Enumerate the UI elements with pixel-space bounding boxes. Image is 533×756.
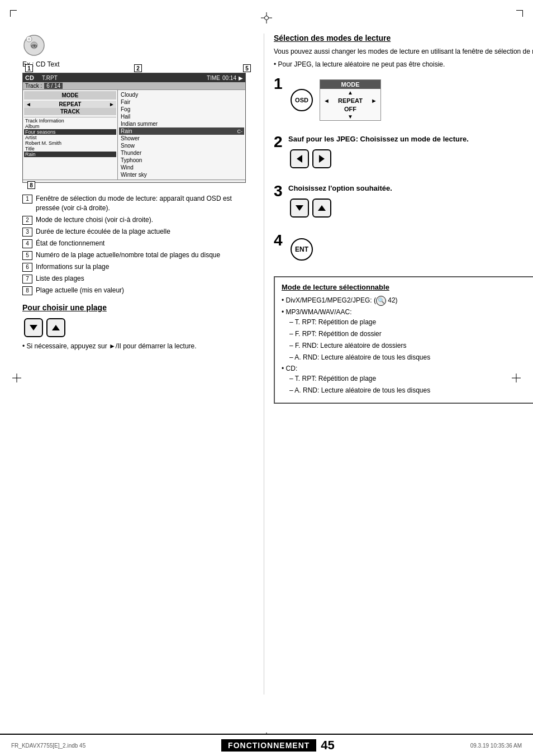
- item-num-6: 6: [22, 263, 32, 272]
- left-button[interactable]: [290, 149, 309, 168]
- mode-arrow-left: ◄: [323, 97, 330, 104]
- step-3-num: 3: [274, 183, 288, 199]
- osd-button[interactable]: OSD: [291, 89, 313, 111]
- page-number: 45: [321, 738, 334, 753]
- step-4-block: 4 ENT: [274, 233, 533, 266]
- vertical-divider: [264, 34, 264, 694]
- mp3-t-rpt: T. RPT: Répétition de plage: [289, 317, 533, 327]
- selection-intro: Vous pouvez aussi changer les modes de l…: [274, 47, 533, 56]
- step-1-body: OSD MODE ▲ ◄ REPEAT ► OFF ▼: [288, 76, 533, 124]
- mode-item-divx: DivX/MPEG1/MPEG2/JPEG: (🔍 42): [282, 296, 533, 306]
- mode-select-list: DivX/MPEG1/MPEG2/JPEG: (🔍 42) MP3/WMA/WA…: [282, 296, 533, 395]
- corner-mark-tl: [10, 10, 17, 17]
- track-hail: Hail: [119, 113, 244, 120]
- right-column: FRANÇAIS Sélection des modes de lecture …: [274, 34, 533, 404]
- cd-a-rnd: A. RND: Lecture aléatoire de tous les di…: [289, 385, 533, 395]
- up-button-3[interactable]: [312, 199, 331, 218]
- track-shower: Shower: [119, 135, 244, 142]
- track-info-section: Track Information Album Four seasons Art…: [24, 117, 116, 157]
- svg-point-4: [28, 38, 31, 41]
- track-winter-sky: Winter sky: [119, 171, 244, 178]
- item-num-2: 2: [22, 216, 32, 225]
- mode-label: MODE: [24, 91, 116, 100]
- track-header-row: Track : 6 / 14: [23, 82, 245, 90]
- selection-bullets: Pour JPEG, la lecture aléatoire ne peut …: [274, 60, 533, 69]
- screen-right-panel: Cloudy Fair Fog Hail Indian summer Rain …: [118, 90, 245, 179]
- step-1-block: 1 OSD MODE ▲ ◄ REPEAT ►: [274, 76, 533, 124]
- numbered-list: 1 Fenêtre de sélection du mode de lectur…: [22, 194, 257, 295]
- cd-sub-list: T. RPT: Répétition de plage A. RND: Lect…: [289, 374, 533, 395]
- list-item-8: 8 Plage actuelle (mis en valeur): [22, 286, 257, 295]
- track-label-menu: TRACK: [24, 108, 116, 115]
- step-3-block: 3 Choisissez l'option souhaitée.: [274, 183, 533, 223]
- num-label-2: 2: [134, 64, 142, 72]
- arrow-left: ◄: [26, 101, 31, 107]
- page-content: CD Ex.: CD Text 1 2 3 4 5 CD T.RPT: [22, 34, 511, 728]
- track-fair: Fair: [119, 98, 244, 106]
- mode-arrow-down: ▼: [320, 113, 380, 120]
- mode-select-title: Mode de lecture sélectionnable: [282, 283, 533, 291]
- repeat-row: ◄ REPEAT ►: [24, 101, 116, 108]
- mode-item-mp3: MP3/WMA/WAV/AAC: T. RPT: Répétition de p…: [282, 308, 533, 362]
- screen-arrow-right: ▶: [239, 75, 243, 81]
- title-label: Title: [24, 146, 116, 152]
- bottom-right-text: 09.3.19 10:35:36 AM: [470, 743, 522, 749]
- track-typhoon: Typhoon: [119, 157, 244, 164]
- bottom-right-area: FONCTIONNEMENT 45: [221, 738, 335, 753]
- item-num-5: 5: [22, 251, 32, 260]
- left-arrow-icon: [297, 155, 302, 163]
- up-button[interactable]: [46, 318, 65, 337]
- num-label-5: 5: [243, 64, 251, 72]
- item-text-4: État de fonctionnement: [36, 239, 104, 248]
- ent-button[interactable]: ENT: [291, 238, 313, 261]
- selection-bullet-jpeg: Pour JPEG, la lecture aléatoire ne peut …: [274, 60, 533, 69]
- search-icon: 🔍: [376, 296, 386, 306]
- screen-diagram: 1 2 3 4 5 CD T.RPT TIME 00:14 ▶ Track :: [22, 73, 246, 183]
- list-item-4: 4 État de fonctionnement: [22, 239, 257, 248]
- track-wind: Wind: [119, 164, 244, 171]
- screen-bottom-numbers: 6 7 8: [23, 179, 245, 182]
- item-text-8: Plage actuelle (mis en valeur): [36, 286, 124, 295]
- step-3-text: Choisissez l'option souhaitée.: [288, 183, 533, 193]
- mode-display-title: MODE: [320, 80, 380, 89]
- track-cloudy: Cloudy: [119, 91, 244, 98]
- left-column: CD Ex.: CD Text 1 2 3 4 5 CD T.RPT: [22, 34, 257, 350]
- item-num-8: 8: [22, 286, 32, 295]
- mode-select-box: Mode de lecture sélectionnable DivX/MPEG…: [274, 276, 533, 404]
- track-label: Track :: [25, 83, 42, 89]
- track-rain: Rain C-: [119, 127, 244, 135]
- mode-repeat-row: ◄ REPEAT ►: [320, 96, 380, 105]
- down-button[interactable]: [24, 318, 43, 337]
- screen-top-bar: CD T.RPT TIME 00:14 ▶: [23, 73, 245, 82]
- off-label: OFF: [320, 105, 380, 113]
- up-icon-3: [318, 205, 326, 211]
- step-4-body: ENT: [288, 233, 533, 266]
- list-item-7: 7 Liste des plages: [22, 274, 257, 284]
- down-button-3[interactable]: [290, 199, 309, 218]
- mode-arrow-right: ►: [371, 97, 377, 104]
- step-2-body: Sauf pour les JPEG: Choisissez un mode d…: [288, 134, 533, 173]
- bottom-left-text: FR_KDAVX7755[E]_2.indb 45: [11, 743, 85, 749]
- step-2-block: 2 Sauf pour les JPEG: Choisissez un mode…: [274, 134, 533, 173]
- mp3-sub-list: T. RPT: Répétition de plage F. RPT: Répé…: [289, 317, 533, 362]
- right-button[interactable]: [312, 149, 331, 168]
- screen-main-area: MODE ◄ REPEAT ► TRACK Track Information …: [23, 90, 245, 179]
- artist-value: Robert M. Smith: [24, 140, 116, 146]
- item-num-1: 1: [22, 195, 32, 204]
- screen-cd-label: CD: [25, 74, 42, 81]
- osd-label: OSD: [295, 97, 308, 103]
- item-text-7: Liste des plages: [36, 274, 84, 284]
- nav-buttons-row: [22, 316, 257, 339]
- selection-heading: Sélection des modes de lecture: [274, 34, 533, 42]
- screen-time-label: TIME: [207, 75, 220, 81]
- item-text-2: Mode de lecture choisi (voir ci-à droite…: [36, 215, 153, 225]
- repeat-label: REPEAT: [59, 101, 82, 107]
- repeat-center-label: REPEAT: [338, 97, 363, 104]
- cd-t-rpt: T. RPT: Répétition de plage: [289, 374, 533, 384]
- item-text-6: Informations sur la plage: [36, 262, 109, 272]
- up-arrow-icon: [52, 325, 60, 330]
- album-label: Album: [24, 124, 116, 129]
- track-range: 6 / 14: [44, 83, 63, 89]
- list-item-2: 2 Mode de lecture choisi (voir ci-à droi…: [22, 215, 257, 225]
- mode-item-cd: CD: T. RPT: Répétition de plage A. RND: …: [282, 364, 533, 395]
